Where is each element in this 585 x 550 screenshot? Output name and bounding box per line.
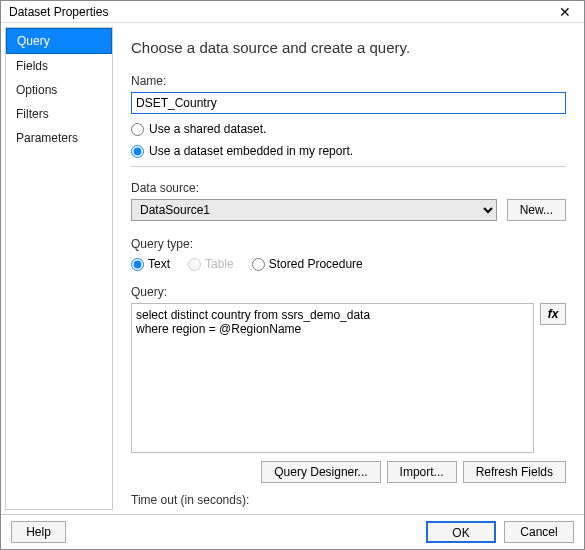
- sidebar-item-query[interactable]: Query: [6, 28, 112, 54]
- radio-embedded-row[interactable]: Use a dataset embedded in my report.: [131, 144, 566, 158]
- name-input[interactable]: [131, 92, 566, 114]
- radio-shared[interactable]: [131, 123, 144, 136]
- ok-button[interactable]: OK: [426, 521, 496, 543]
- page-heading: Choose a data source and create a query.: [131, 39, 566, 56]
- sidebar-item-fields[interactable]: Fields: [6, 54, 112, 78]
- query-designer-button[interactable]: Query Designer...: [261, 461, 380, 483]
- query-label: Query:: [131, 285, 566, 299]
- divider: [131, 166, 566, 167]
- radio-shared-row[interactable]: Use a shared dataset.: [131, 122, 566, 136]
- query-textarea[interactable]: select distinct country from ssrs_demo_d…: [131, 303, 534, 453]
- window-title: Dataset Properties: [9, 5, 108, 19]
- datasource-label: Data source:: [131, 181, 566, 195]
- query-actions: Query Designer... Import... Refresh Fiel…: [131, 461, 566, 483]
- querytype-row: Text Table Stored Procedure: [131, 257, 566, 271]
- radio-qt-table: [188, 258, 201, 271]
- dialog-body: Query Fields Options Filters Parameters …: [1, 23, 584, 514]
- radio-shared-label: Use a shared dataset.: [149, 122, 266, 136]
- datasource-row: DataSource1 New...: [131, 199, 566, 221]
- radio-embedded-label: Use a dataset embedded in my report.: [149, 144, 353, 158]
- dataset-properties-dialog: Dataset Properties ✕ Query Fields Option…: [0, 0, 585, 550]
- help-button[interactable]: Help: [11, 521, 66, 543]
- expression-button[interactable]: fx: [540, 303, 566, 325]
- titlebar: Dataset Properties ✕: [1, 1, 584, 23]
- radio-qt-text[interactable]: [131, 258, 144, 271]
- radio-embedded[interactable]: [131, 145, 144, 158]
- sidebar-label: Filters: [16, 107, 49, 121]
- sidebar-label: Parameters: [16, 131, 78, 145]
- sidebar-item-options[interactable]: Options: [6, 78, 112, 102]
- cancel-button[interactable]: Cancel: [504, 521, 574, 543]
- name-label: Name:: [131, 74, 566, 88]
- qt-sp-option[interactable]: Stored Procedure: [252, 257, 363, 271]
- timeout-label: Time out (in seconds):: [131, 493, 566, 507]
- sidebar-label: Fields: [16, 59, 48, 73]
- content-pane: Choose a data source and create a query.…: [123, 27, 580, 510]
- sidebar-item-parameters[interactable]: Parameters: [6, 126, 112, 150]
- radio-qt-sp[interactable]: [252, 258, 265, 271]
- qt-text-option[interactable]: Text: [131, 257, 170, 271]
- import-button[interactable]: Import...: [387, 461, 457, 483]
- qt-table-option: Table: [188, 257, 234, 271]
- footer: Help OK Cancel: [1, 514, 584, 549]
- footer-right: OK Cancel: [426, 521, 574, 543]
- datasource-select[interactable]: DataSource1: [131, 199, 497, 221]
- query-area-row: select distinct country from ssrs_demo_d…: [131, 303, 566, 453]
- sidebar-item-filters[interactable]: Filters: [6, 102, 112, 126]
- sidebar: Query Fields Options Filters Parameters: [5, 27, 113, 510]
- sidebar-label: Query: [17, 34, 50, 48]
- querytype-label: Query type:: [131, 237, 566, 251]
- sidebar-label: Options: [16, 83, 57, 97]
- refresh-fields-button[interactable]: Refresh Fields: [463, 461, 566, 483]
- new-datasource-button[interactable]: New...: [507, 199, 566, 221]
- close-icon[interactable]: ✕: [550, 2, 580, 22]
